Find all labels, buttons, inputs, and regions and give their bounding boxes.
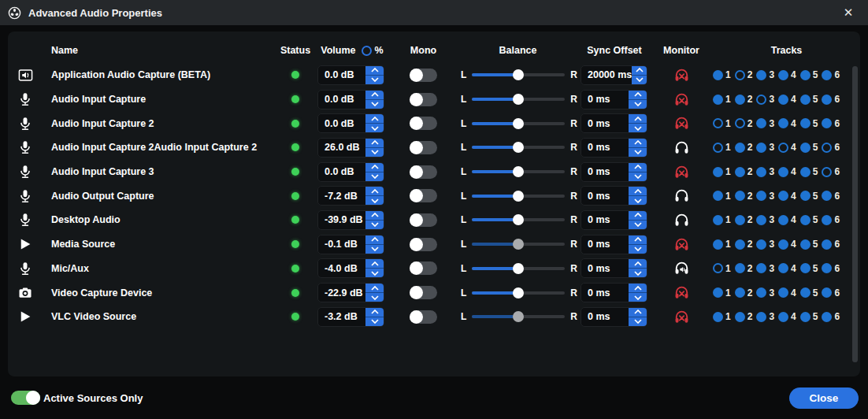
volume-increase-button[interactable]: [365, 91, 384, 100]
track-enabled-dot[interactable]: [756, 263, 766, 273]
balance-slider-thumb[interactable]: [513, 191, 524, 202]
track-toggle[interactable]: 6: [822, 142, 840, 153]
track-enabled-dot[interactable]: [756, 143, 766, 153]
track-disabled-dot[interactable]: [735, 70, 745, 80]
track-toggle[interactable]: 1: [713, 287, 731, 298]
track-toggle[interactable]: 5: [800, 239, 818, 250]
balance-slider[interactable]: [472, 262, 565, 275]
track-toggle[interactable]: 1: [713, 166, 731, 177]
volume-input[interactable]: -0.1 dB: [317, 235, 384, 254]
track-toggle[interactable]: 2: [735, 69, 753, 80]
track-enabled-dot[interactable]: [800, 191, 811, 201]
track-toggle[interactable]: 2: [735, 263, 753, 274]
track-toggle[interactable]: 2: [735, 191, 753, 202]
track-enabled-dot[interactable]: [735, 167, 745, 177]
track-toggle[interactable]: 4: [778, 311, 796, 322]
volume-input[interactable]: 0.0 dB: [317, 65, 384, 85]
mono-toggle[interactable]: [410, 213, 437, 227]
track-enabled-dot[interactable]: [735, 239, 745, 250]
track-toggle[interactable]: 2: [735, 142, 753, 153]
sync-offset-decrease-button[interactable]: [629, 245, 647, 254]
track-toggle[interactable]: 2: [735, 94, 753, 105]
volume-increase-button[interactable]: [365, 187, 384, 196]
mono-toggle[interactable]: [410, 310, 437, 324]
track-toggle[interactable]: 3: [756, 94, 774, 105]
track-toggle[interactable]: 2: [735, 118, 753, 129]
track-toggle[interactable]: 6: [822, 94, 840, 105]
track-toggle[interactable]: 6: [822, 214, 840, 225]
track-toggle[interactable]: 3: [756, 214, 774, 225]
mono-toggle[interactable]: [410, 141, 437, 154]
track-enabled-dot[interactable]: [756, 70, 766, 80]
mono-toggle[interactable]: [410, 238, 437, 251]
track-toggle[interactable]: 6: [822, 118, 840, 129]
volume-increase-button[interactable]: [365, 284, 384, 293]
track-toggle[interactable]: 5: [800, 287, 818, 298]
track-toggle[interactable]: 1: [713, 118, 731, 129]
track-enabled-dot[interactable]: [822, 191, 832, 201]
volume-input[interactable]: 26.0 dB: [317, 138, 384, 158]
track-toggle[interactable]: 4: [778, 191, 796, 202]
sync-offset-decrease-button[interactable]: [629, 317, 647, 326]
track-enabled-dot[interactable]: [756, 312, 766, 322]
track-toggle[interactable]: 5: [800, 214, 818, 225]
track-enabled-dot[interactable]: [800, 143, 811, 153]
track-toggle[interactable]: 5: [800, 69, 818, 80]
volume-increase-button[interactable]: [365, 114, 384, 124]
balance-slider-thumb[interactable]: [513, 69, 524, 80]
sync-offset-input[interactable]: 0 ms: [581, 235, 647, 254]
track-enabled-dot[interactable]: [822, 95, 832, 105]
track-enabled-dot[interactable]: [756, 167, 766, 177]
track-toggle[interactable]: 6: [822, 69, 840, 80]
track-toggle[interactable]: 1: [713, 191, 731, 202]
volume-decrease-button[interactable]: [365, 148, 384, 157]
mono-toggle[interactable]: [410, 117, 437, 130]
track-enabled-dot[interactable]: [822, 70, 832, 80]
track-toggle[interactable]: 4: [778, 263, 796, 274]
volume-decrease-button[interactable]: [365, 293, 384, 302]
track-toggle[interactable]: 4: [778, 287, 796, 298]
volume-decrease-button[interactable]: [365, 172, 384, 181]
monitor-button[interactable]: [672, 90, 691, 109]
mono-toggle[interactable]: [410, 261, 437, 275]
sync-offset-input[interactable]: 0 ms: [581, 162, 647, 182]
balance-slider[interactable]: [472, 213, 565, 226]
volume-input[interactable]: -4.0 dB: [317, 258, 384, 278]
track-enabled-dot[interactable]: [735, 143, 745, 153]
monitor-button[interactable]: [672, 284, 691, 302]
balance-slider[interactable]: [472, 69, 565, 81]
track-toggle[interactable]: 4: [778, 166, 796, 177]
track-disabled-dot[interactable]: [822, 143, 832, 153]
volume-increase-button[interactable]: [365, 259, 384, 269]
sync-offset-input[interactable]: 20000 ms: [581, 65, 647, 85]
balance-slider-thumb[interactable]: [513, 311, 524, 322]
volume-decrease-button[interactable]: [365, 124, 384, 132]
track-enabled-dot[interactable]: [713, 167, 723, 177]
balance-slider[interactable]: [472, 238, 565, 250]
sync-offset-decrease-button[interactable]: [629, 221, 647, 229]
volume-increase-button[interactable]: [365, 211, 384, 221]
track-toggle[interactable]: 6: [822, 311, 840, 322]
track-toggle[interactable]: 2: [735, 166, 753, 177]
sync-offset-input[interactable]: 0 ms: [581, 283, 647, 302]
volume-decrease-button[interactable]: [365, 76, 384, 84]
track-toggle[interactable]: 4: [778, 94, 796, 105]
track-enabled-dot[interactable]: [756, 118, 766, 128]
mono-toggle[interactable]: [410, 286, 437, 299]
sync-offset-decrease-button[interactable]: [629, 148, 647, 157]
sync-offset-increase-button[interactable]: [629, 211, 647, 221]
track-disabled-dot[interactable]: [778, 143, 788, 153]
track-toggle[interactable]: 5: [800, 94, 818, 105]
track-disabled-dot[interactable]: [756, 95, 766, 105]
track-toggle[interactable]: 5: [800, 263, 818, 274]
track-toggle[interactable]: 6: [822, 191, 840, 202]
track-toggle[interactable]: 5: [800, 166, 818, 177]
track-enabled-dot[interactable]: [713, 287, 723, 298]
track-enabled-dot[interactable]: [778, 191, 788, 201]
track-toggle[interactable]: 5: [800, 311, 818, 322]
track-toggle[interactable]: 6: [822, 239, 840, 250]
track-enabled-dot[interactable]: [756, 287, 766, 298]
close-button[interactable]: Close: [789, 387, 859, 409]
sync-offset-decrease-button[interactable]: [629, 196, 647, 205]
track-toggle[interactable]: 1: [713, 94, 731, 105]
